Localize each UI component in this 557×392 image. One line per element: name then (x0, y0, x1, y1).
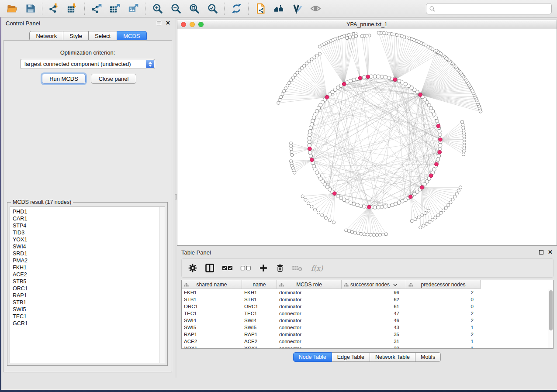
cell-MCDS-role: dominator (277, 331, 342, 338)
mcds-result-item[interactable]: STB5 (13, 278, 165, 285)
column-label: predecessor nodes (421, 282, 465, 288)
table-row[interactable]: FKH1FKH1dominator962 (182, 289, 553, 296)
mcds-result-item[interactable]: STP4 (13, 222, 165, 229)
select-all-icon[interactable] (222, 261, 233, 275)
search-input[interactable] (437, 6, 549, 12)
mcds-result-item[interactable]: SWI5 (13, 306, 165, 313)
toolbar-separator (145, 3, 145, 15)
deselect-all-icon[interactable] (240, 261, 252, 275)
zoom-in-icon[interactable] (148, 1, 166, 16)
network-window-titlebar[interactable]: YPA_prune.txt_1 (177, 20, 557, 29)
mcds-result-item[interactable]: ACE2 (13, 271, 165, 278)
close-panel-button[interactable]: ✕ (166, 21, 170, 25)
mcds-result-item[interactable]: PMA2 (13, 257, 165, 264)
table-row[interactable]: YOX1YOX1connector291 (182, 345, 553, 349)
zoom-selected-icon[interactable] (203, 1, 221, 16)
tab-network[interactable]: Network (29, 31, 63, 41)
tab-select[interactable]: Select (89, 31, 117, 41)
column-header-successor-nodes[interactable]: successor nodes (342, 280, 406, 289)
zoom-fit-icon[interactable] (185, 1, 203, 16)
split-columns-icon[interactable] (204, 261, 215, 275)
column-type-icon (279, 282, 284, 289)
mcds-result-item[interactable]: SWI4 (13, 243, 165, 250)
refresh-layout-icon[interactable] (227, 1, 246, 16)
graphics-details-icon[interactable] (288, 1, 306, 16)
toolbar-separator (248, 3, 249, 15)
search-icon (429, 6, 436, 12)
export-table-icon[interactable] (106, 1, 124, 16)
mcds-result-item[interactable]: ORC1 (13, 285, 165, 292)
cell-MCDS-role: connector (277, 324, 342, 331)
run-mcds-button[interactable]: Run MCDS (42, 74, 86, 84)
network-document-icon[interactable] (251, 1, 270, 16)
open-file-icon[interactable] (3, 1, 21, 16)
search-box[interactable] (426, 3, 552, 14)
column-header-MCDS-role[interactable]: MCDS role (277, 280, 342, 289)
eye-icon[interactable] (306, 1, 325, 16)
cell-predecessor-nodes: 0 (406, 296, 481, 303)
optimization-criterion-select[interactable]: largest connected component (undirected) (20, 59, 155, 69)
import-table-icon[interactable] (63, 1, 82, 16)
table-row[interactable]: STB1STB1dominator620 (182, 296, 553, 303)
float-panel-button[interactable] (157, 21, 161, 25)
cell-shared-name: FKH1 (182, 289, 242, 296)
mcds-result-item[interactable]: FKH1 (13, 264, 165, 271)
network-canvas[interactable] (177, 29, 557, 245)
mcds-result-item[interactable]: GCR1 (13, 320, 165, 327)
toolbar-separator (224, 3, 225, 15)
tab-edge-table[interactable]: Edge Table (332, 352, 370, 362)
cell-MCDS-role: connector (277, 345, 342, 349)
column-header-shared-name[interactable]: shared name (182, 280, 242, 289)
table-row[interactable]: SWI5SWI5connector431 (182, 324, 553, 331)
save-session-icon[interactable] (21, 1, 39, 16)
mcds-result-item[interactable]: SRD1 (13, 250, 165, 257)
network-view-frame: YPA_prune.txt_1 (177, 20, 557, 246)
table-toolbar: f(x) (181, 258, 554, 278)
cell-successor-nodes: 35 (342, 331, 406, 338)
table-scrollbar[interactable] (548, 289, 553, 348)
tab-mcds[interactable]: MCDS (117, 31, 146, 41)
table-row[interactable]: SWI4SWI4dominator462 (182, 317, 553, 324)
mcds-result-item[interactable]: PHD1 (13, 208, 165, 215)
control-panel: Control Panel ✕ NetworkStyleSelectMCDS O… (1, 17, 175, 378)
column-header-predecessor-nodes[interactable]: predecessor nodes (406, 280, 481, 289)
export-image-icon[interactable] (124, 1, 142, 16)
mcds-result-item[interactable]: CAR1 (13, 215, 165, 222)
export-network-icon[interactable] (87, 1, 106, 16)
cell-name: SWI5 (242, 324, 277, 331)
select-stepper-icon[interactable] (146, 60, 154, 68)
table-row[interactable]: TEC1TEC1connector472 (182, 310, 553, 317)
table-tabs: Node TableEdge TableNetwork TableMotifs (177, 352, 557, 362)
mcds-result-item[interactable]: STB1 (13, 299, 165, 306)
mcds-result-item[interactable]: YOX1 (13, 236, 165, 243)
delete-column-icon[interactable] (275, 261, 285, 275)
close-table-panel-button[interactable]: ✕ (548, 250, 553, 254)
mcds-result-item[interactable]: TEC1 (13, 313, 165, 320)
column-header-name[interactable]: name (242, 280, 277, 289)
zoom-out-icon[interactable] (166, 1, 185, 16)
add-column-icon[interactable] (259, 261, 268, 275)
cell-predecessor-nodes: 0 (406, 303, 481, 310)
mcds-list-scrollbar[interactable] (159, 207, 165, 363)
table-row[interactable]: RAP1RAP1dominator352 (182, 331, 553, 338)
float-table-panel-button[interactable] (539, 250, 543, 254)
cell-name: STB1 (242, 296, 277, 303)
import-network-icon[interactable] (45, 1, 63, 16)
gear-icon[interactable] (188, 261, 197, 275)
tab-node-table[interactable]: Node Table (293, 352, 332, 362)
cell-predecessor-nodes: 2 (406, 331, 481, 338)
mcds-result-list[interactable]: PHD1CAR1STP4TID3YOX1SWI4SRD1PMA2FKH1ACE2… (10, 206, 165, 363)
close-mcds-panel-button[interactable]: Close panel (91, 74, 136, 84)
first-neighbors-icon[interactable] (270, 1, 288, 16)
cell-shared-name: ORC1 (182, 303, 242, 310)
table-row[interactable]: ORC1ORC1dominator610 (182, 303, 553, 310)
tab-motifs[interactable]: Motifs (415, 352, 441, 362)
tab-style[interactable]: Style (63, 31, 89, 41)
control-panel-tabs: NetworkStyleSelectMCDS (1, 31, 175, 41)
mcds-result-item[interactable]: TID3 (13, 229, 165, 236)
mcds-result-item[interactable]: RAP1 (13, 292, 165, 299)
cell-MCDS-role: dominator (277, 289, 342, 296)
tab-network-table[interactable]: Network Table (370, 352, 415, 362)
table-row[interactable]: ACE2ACE2connector311 (182, 338, 553, 345)
cell-successor-nodes: 96 (342, 289, 406, 296)
